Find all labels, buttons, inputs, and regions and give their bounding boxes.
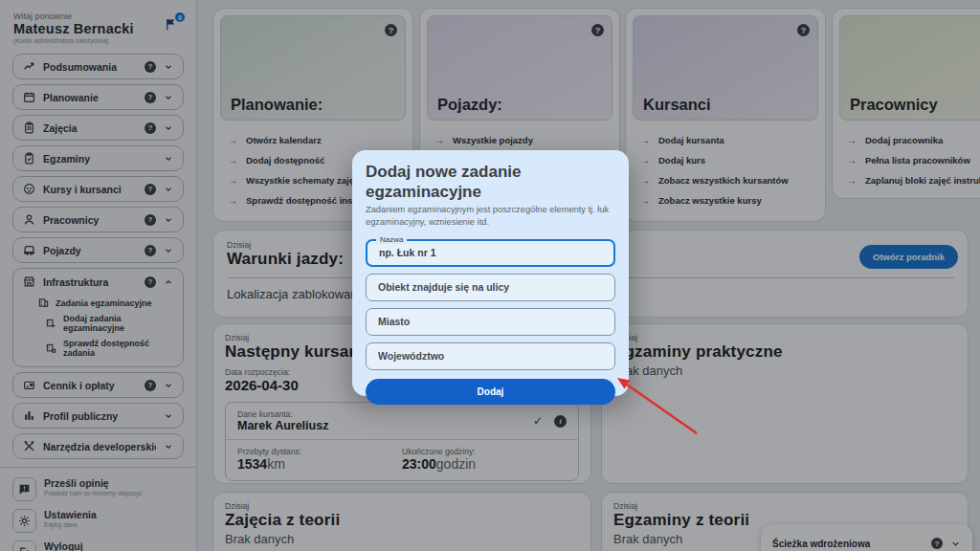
city-input[interactable] bbox=[367, 316, 614, 327]
name-field: Nazwa bbox=[366, 239, 615, 267]
name-input[interactable] bbox=[368, 247, 613, 258]
add-exam-task-dialog: Dodaj nowe zadanie egzaminacyjne Zadanie… bbox=[352, 150, 629, 396]
voivodeship-field bbox=[366, 342, 615, 370]
submit-button[interactable]: Dodaj bbox=[366, 379, 615, 405]
street-input[interactable] bbox=[367, 281, 614, 293]
street-field bbox=[366, 274, 615, 301]
voivodeship-input[interactable] bbox=[367, 350, 614, 362]
dialog-title: Dodaj nowe zadanie egzaminacyjne bbox=[366, 163, 615, 202]
app-root: Witaj ponownie Mateusz Bernacki (Konto a… bbox=[0, 0, 980, 551]
city-field bbox=[366, 308, 615, 336]
dialog-description: Zadaniem egzaminacyjnym jest poszczególn… bbox=[366, 204, 615, 227]
name-field-label: Nazwa bbox=[376, 235, 407, 245]
